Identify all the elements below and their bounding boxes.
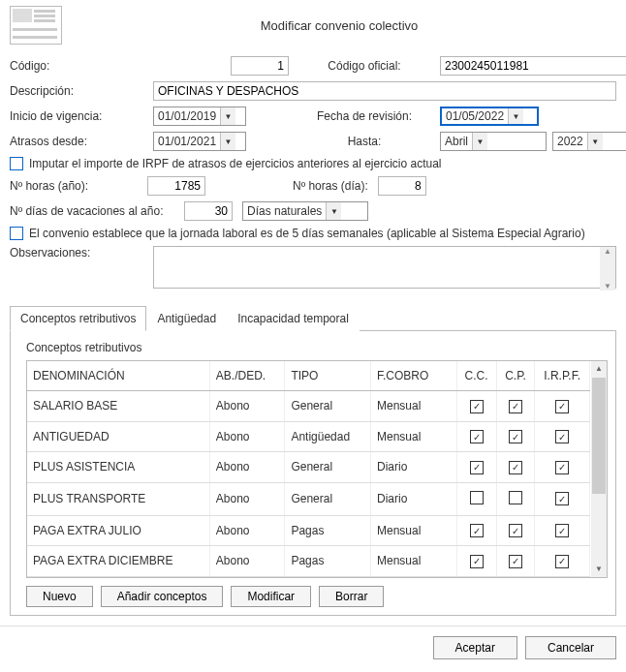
checkbox-icon[interactable]: ✓ <box>555 400 569 413</box>
checkbox-icon[interactable]: ✓ <box>555 555 569 568</box>
checkbox-icon[interactable]: ✓ <box>555 461 569 474</box>
table-row[interactable]: PAGA EXTRA JULIOAbonoPagasMensual✓✓✓ <box>27 515 607 546</box>
label-horas-dia: Nº horas (día): <box>293 179 368 193</box>
col-denominacion[interactable]: DENOMINACIÓN <box>27 361 209 391</box>
col-abded[interactable]: AB./DED. <box>209 361 285 391</box>
atrasos-desde-value: 01/01/2021 <box>154 133 220 150</box>
col-fcobro[interactable]: F.COBRO <box>371 361 457 391</box>
checkbox-icon[interactable]: ✓ <box>470 400 484 413</box>
label-dias-vacaciones: Nº días de vacaciones al año: <box>10 204 174 218</box>
chevron-down-icon: ▼ <box>220 107 235 125</box>
checkbox-icon[interactable]: ✓ <box>555 430 569 443</box>
descripcion-input[interactable] <box>153 81 616 101</box>
cancelar-button[interactable]: Cancelar <box>525 636 616 659</box>
codigo-oficial-input[interactable] <box>440 56 626 76</box>
table-scrollbar[interactable]: ▲ ▼ <box>591 361 607 577</box>
checkbox-icon[interactable]: ✓ <box>470 430 484 443</box>
label-inicio-vigencia: Inicio de vigencia: <box>10 109 145 123</box>
chevron-down-icon: ▼ <box>472 133 487 150</box>
scroll-up-icon[interactable]: ▲ <box>591 361 607 377</box>
table-row[interactable]: PAGA EXTRA DICIEMBREAbonoPagasMensual✓✓✓ <box>27 546 607 577</box>
label-horas-ano: Nº horas (año): <box>10 179 138 193</box>
scroll-down-icon[interactable]: ▼ <box>591 562 607 577</box>
dias-vacaciones-tipo-value: Días naturales <box>243 202 326 220</box>
codigo-input[interactable] <box>231 56 289 76</box>
observaciones-textarea[interactable] <box>153 246 616 289</box>
checkbox-icon[interactable]: ✓ <box>470 461 484 474</box>
label-codigo-oficial: Código oficial: <box>328 59 400 73</box>
conceptos-table: DENOMINACIÓN AB./DED. TIPO F.COBRO C.C. … <box>27 361 607 577</box>
label-atrasos-desde: Atrasos desde: <box>10 135 145 148</box>
tab-incapacidad-temporal[interactable]: Incapacidad temporal <box>227 306 360 331</box>
nuevo-button[interactable]: Nuevo <box>26 586 93 607</box>
hasta-ano-value: 2022 <box>553 133 587 150</box>
fecha-revision-dropdown[interactable]: 01/05/2022 ▼ <box>440 107 539 126</box>
table-row[interactable]: PLUS ASISTENCIAAbonoGeneralDiario✓✓✓ <box>27 452 607 483</box>
chevron-down-icon: ▼ <box>508 108 523 124</box>
checkbox-icon[interactable]: ✓ <box>470 524 484 537</box>
dias-vacaciones-input[interactable] <box>184 201 233 221</box>
table-title: Conceptos retributivos <box>26 341 608 354</box>
col-tipo[interactable]: TIPO <box>285 361 371 391</box>
checkbox-icon[interactable]: ✓ <box>555 492 569 505</box>
page-title: Modificar convenio colectivo <box>62 18 616 33</box>
table-row[interactable]: PLUS TRANSPORTEAbonoGeneralDiario✓ <box>27 482 607 515</box>
scroll-thumb[interactable] <box>592 378 606 494</box>
checkbox-icon[interactable] <box>509 491 522 504</box>
jornada5-checkbox[interactable] <box>10 227 23 240</box>
checkbox-icon[interactable]: ✓ <box>509 430 522 443</box>
logo-placeholder <box>10 6 62 45</box>
chevron-down-icon: ▼ <box>326 202 341 220</box>
chevron-down-icon: ▼ <box>587 133 603 150</box>
label-observaciones: Observaciones: <box>10 246 145 260</box>
chevron-down-icon: ▼ <box>220 133 235 150</box>
table-row[interactable]: SALARIO BASEAbonoGeneralMensual✓✓✓ <box>27 391 607 422</box>
aceptar-button[interactable]: Aceptar <box>433 636 517 659</box>
inicio-vigencia-value: 01/01/2019 <box>154 107 220 125</box>
label-hasta: Hasta: <box>348 135 382 148</box>
inicio-vigencia-dropdown[interactable]: 01/01/2019 ▼ <box>153 107 246 126</box>
dias-vacaciones-tipo-dropdown[interactable]: Días naturales ▼ <box>242 201 368 221</box>
hasta-mes-value: Abril <box>441 133 472 150</box>
tab-antiguedad[interactable]: Antigüedad <box>146 306 227 331</box>
horas-ano-input[interactable] <box>147 176 205 196</box>
horas-dia-input[interactable] <box>378 176 426 196</box>
label-codigo: Código: <box>10 59 145 73</box>
label-fecha-revision: Fecha de revisión: <box>317 109 412 123</box>
tab-conceptos-retributivos[interactable]: Conceptos retributivos <box>10 306 146 331</box>
checkbox-icon[interactable]: ✓ <box>509 524 522 537</box>
borrar-button[interactable]: Borrar <box>319 586 384 607</box>
checkbox-icon[interactable]: ✓ <box>509 461 522 474</box>
col-cp[interactable]: C.P. <box>496 361 535 391</box>
checkbox-icon[interactable] <box>470 491 484 504</box>
atrasos-desde-dropdown[interactable]: 01/01/2021 ▼ <box>153 132 246 151</box>
checkbox-icon[interactable]: ✓ <box>555 524 569 537</box>
hasta-ano-dropdown[interactable]: 2022 ▼ <box>552 132 626 151</box>
label-jornada5: El convenio establece que la jornada lab… <box>29 227 585 240</box>
table-row[interactable]: ANTIGUEDADAbonoAntigüedadMensual✓✓✓ <box>27 421 607 452</box>
scrollbar[interactable]: ▲▼ <box>600 247 615 290</box>
label-imputar: Imputar el importe de IRPF de atrasos de… <box>29 157 442 170</box>
checkbox-icon[interactable]: ✓ <box>509 555 522 568</box>
col-irpf[interactable]: I.R.P.F. <box>535 361 589 391</box>
checkbox-icon[interactable]: ✓ <box>470 555 484 568</box>
modificar-button[interactable]: Modificar <box>231 586 311 607</box>
checkbox-icon[interactable]: ✓ <box>509 400 522 413</box>
hasta-mes-dropdown[interactable]: Abril ▼ <box>440 132 547 151</box>
label-descripcion: Descripción: <box>10 84 145 98</box>
fecha-revision-value: 01/05/2022 <box>442 108 508 124</box>
imputar-checkbox[interactable] <box>10 157 23 170</box>
anadir-conceptos-button[interactable]: Añadir conceptos <box>101 586 224 607</box>
col-cc[interactable]: C.C. <box>456 361 496 391</box>
